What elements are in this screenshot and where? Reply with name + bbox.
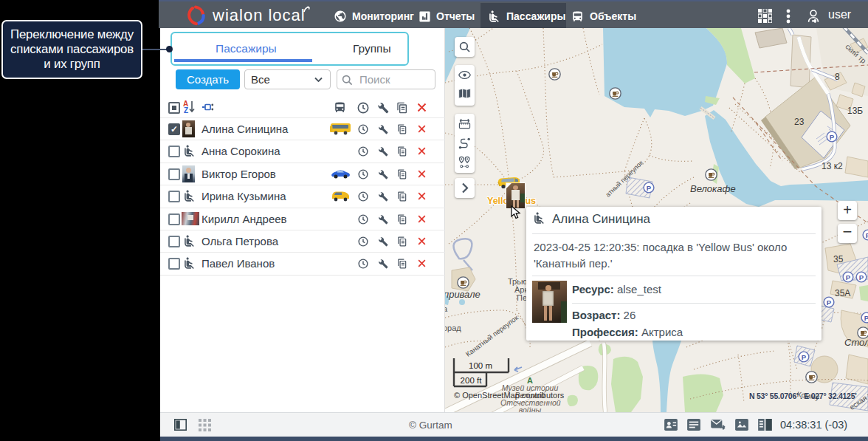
svg-text:P: P (864, 314, 868, 322)
svg-text:P: P (859, 273, 864, 281)
svg-text:200 ft: 200 ft (461, 376, 483, 385)
svg-text:P: P (647, 184, 652, 192)
svg-text:P: P (846, 273, 851, 281)
svg-text:100 m: 100 m (469, 361, 492, 370)
svg-text:P: P (802, 353, 807, 361)
svg-text:P: P (830, 133, 835, 141)
svg-text:P: P (827, 298, 832, 307)
